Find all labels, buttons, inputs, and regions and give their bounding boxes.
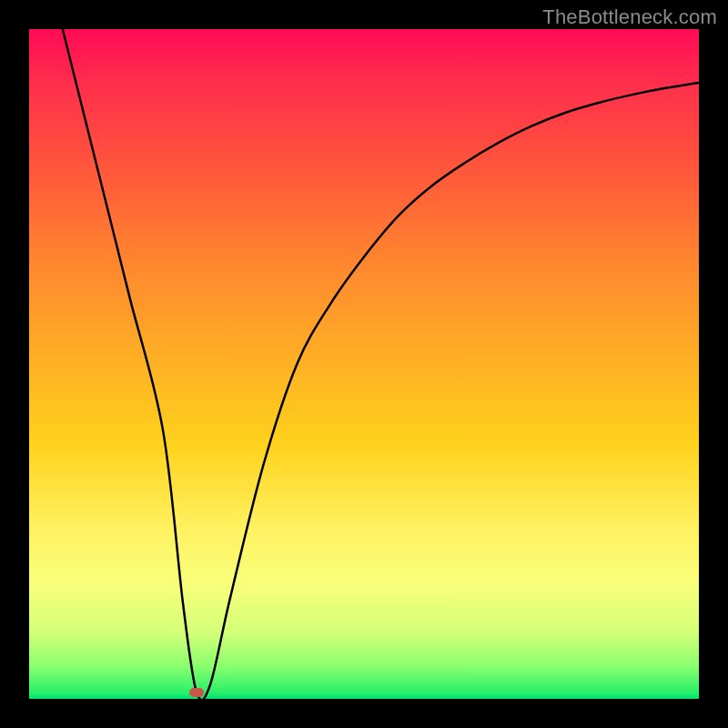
curve-svg — [29, 29, 699, 699]
plot-area — [29, 29, 699, 699]
minimum-marker — [189, 688, 204, 697]
watermark-label: TheBottleneck.com — [542, 5, 717, 29]
chart-frame: TheBottleneck.com — [0, 0, 728, 728]
curve-path — [63, 29, 699, 700]
